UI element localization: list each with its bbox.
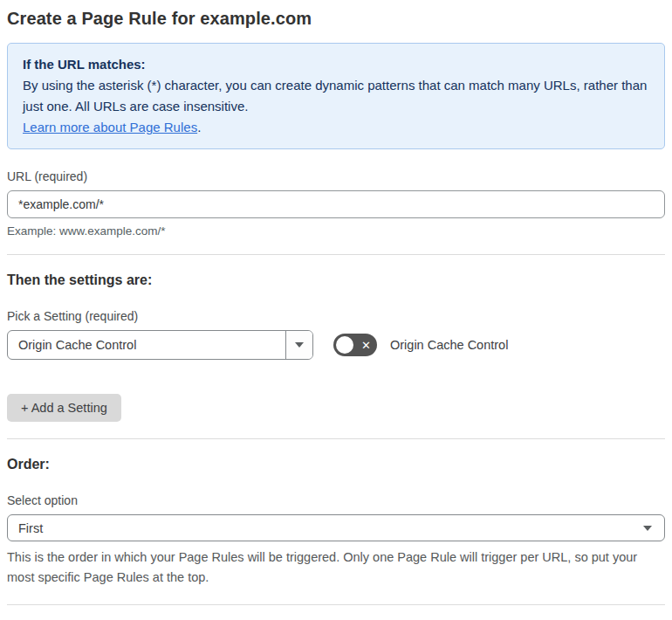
setting-row: Origin Cache Control ✕ Origin Cache Cont… xyxy=(7,330,665,360)
divider xyxy=(7,254,665,255)
url-match-info-box: If the URL matches: By using the asteris… xyxy=(7,43,665,149)
setting-select-arrow-button[interactable] xyxy=(285,331,312,359)
add-setting-button[interactable]: + Add a Setting xyxy=(7,394,121,422)
create-page-rule-form: Create a Page Rule for example.com If th… xyxy=(0,0,672,620)
chevron-down-icon xyxy=(295,342,304,348)
url-field-label: URL (required) xyxy=(7,169,665,183)
toggle-off-x-icon: ✕ xyxy=(361,340,371,351)
divider xyxy=(7,438,665,439)
order-help-text: This is the order in which your Page Rul… xyxy=(7,548,665,588)
order-select-label: Select option xyxy=(7,493,665,507)
pick-setting-label: Pick a Setting (required) xyxy=(7,309,665,323)
chevron-down-icon xyxy=(643,526,652,531)
url-example-text: Example: www.example.com/* xyxy=(7,224,665,238)
origin-cache-control-toggle[interactable]: ✕ xyxy=(333,334,377,356)
toggle-label: Origin Cache Control xyxy=(390,338,508,352)
url-input[interactable] xyxy=(7,190,665,218)
link-suffix: . xyxy=(197,120,201,134)
order-select-value: First xyxy=(18,521,643,535)
divider xyxy=(7,604,665,605)
info-box-link-line: Learn more about Page Rules. xyxy=(23,117,649,138)
page-title: Create a Page Rule for example.com xyxy=(7,9,665,29)
order-select[interactable]: First xyxy=(7,514,665,541)
settings-section-heading: Then the settings are: xyxy=(7,272,665,288)
setting-select[interactable]: Origin Cache Control xyxy=(7,330,313,360)
learn-more-link[interactable]: Learn more about Page Rules xyxy=(23,120,197,134)
info-box-body: By using the asterisk (*) character, you… xyxy=(23,75,649,117)
order-section-heading: Order: xyxy=(7,457,665,472)
setting-select-value: Origin Cache Control xyxy=(8,331,285,359)
toggle-knob xyxy=(336,336,353,354)
info-box-heading: If the URL matches: xyxy=(23,54,649,75)
